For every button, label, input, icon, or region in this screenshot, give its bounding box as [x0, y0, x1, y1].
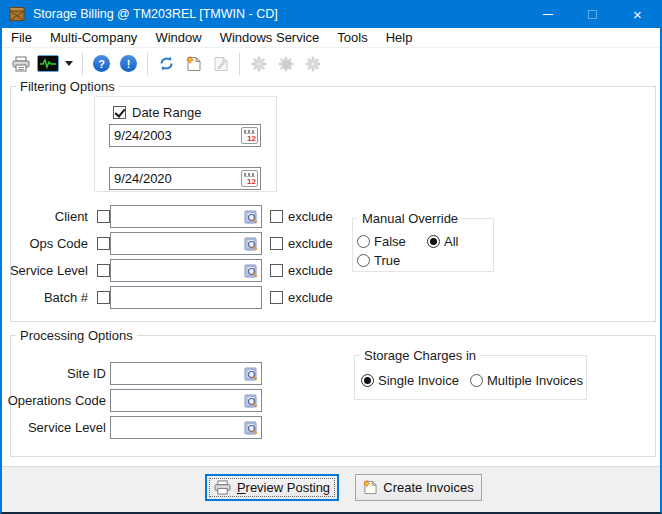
about-button[interactable]: !: [116, 51, 141, 76]
service-level-exclude-label: exclude: [288, 259, 333, 282]
print-icon: [12, 56, 30, 72]
client-enable-checkbox[interactable]: [97, 210, 110, 223]
date-to-input[interactable]: [110, 169, 240, 188]
date-from-calendar-button[interactable]: 12: [240, 126, 259, 145]
date-range-checkbox[interactable]: [113, 106, 126, 119]
maximize-icon: [588, 10, 597, 19]
ops-code-exclude-label: exclude: [288, 232, 333, 255]
site-id-label: Site ID: [2, 362, 106, 385]
single-invoice-radio[interactable]: [361, 374, 374, 387]
client-lookup-button[interactable]: [241, 207, 260, 226]
manual-override-all-label: All: [444, 234, 458, 249]
client-exclude-checkbox[interactable]: [270, 210, 283, 223]
service-level-filter-row: Service Level exclude: [2, 259, 352, 282]
client-filter-row: Client exclude: [2, 205, 352, 228]
single-invoice-label: Single Invoice: [378, 373, 459, 388]
date-from-input[interactable]: [110, 126, 240, 145]
processing-options-label: Processing Options: [16, 328, 137, 343]
client-label: Client: [2, 205, 88, 228]
batch-enable-checkbox[interactable]: [97, 291, 110, 304]
client-exclude-label: exclude: [288, 205, 333, 228]
manual-override-all-radio[interactable]: [427, 235, 440, 248]
service-level-exclude-checkbox[interactable]: [270, 264, 283, 277]
menu-window[interactable]: Window: [146, 28, 210, 47]
new-document-icon: [186, 56, 201, 72]
ops-code-filter-row: Ops Code exclude: [2, 232, 352, 255]
processing-service-level-row: Service Level: [2, 416, 352, 439]
menu-tools[interactable]: Tools: [328, 28, 376, 47]
minimize-icon: [543, 14, 553, 15]
ops-code-lookup-button[interactable]: [241, 234, 260, 253]
close-button[interactable]: ×: [615, 0, 660, 28]
menu-help[interactable]: Help: [377, 28, 422, 47]
maximize-button[interactable]: [570, 0, 615, 28]
date-range-label: Date Range: [132, 105, 201, 120]
create-invoices-toolbar-button[interactable]: [181, 51, 206, 76]
refresh-button[interactable]: [154, 51, 179, 76]
service-level-input[interactable]: [111, 261, 241, 280]
batch-filter-row: Batch # exclude: [2, 286, 352, 309]
menu-bar: File Multi-Company Window Windows Servic…: [2, 28, 660, 47]
lookup-icon: [244, 394, 258, 408]
monitor-dropdown-button[interactable]: [62, 51, 76, 76]
service-gear-button-1[interactable]: [246, 51, 271, 76]
edit-document-icon: [213, 56, 228, 72]
window-title: Storage Billing @ TM203REL [TMWIN - CD]: [33, 7, 525, 21]
calendar-icon: 12: [241, 127, 258, 144]
date-range-box: Date Range 12 12: [94, 96, 277, 192]
service-gear-button-3[interactable]: [300, 51, 325, 76]
operations-code-input[interactable]: [111, 391, 241, 410]
site-id-lookup-button[interactable]: [241, 364, 260, 383]
crate-icon: [9, 6, 25, 22]
edit-document-button[interactable]: [208, 51, 233, 76]
print-button[interactable]: [8, 51, 33, 76]
manual-override-true-label: True: [374, 253, 400, 268]
multiple-invoices-radio[interactable]: [470, 374, 483, 387]
gear-icon: [251, 56, 267, 72]
preview-posting-button-label: Preview Posting: [237, 480, 330, 495]
menu-multi-company[interactable]: Multi-Company: [41, 28, 146, 47]
manual-override-false-radio[interactable]: [357, 235, 370, 248]
manual-override-true-radio[interactable]: [357, 254, 370, 267]
service-gear-button-2[interactable]: [273, 51, 298, 76]
service-level-enable-checkbox[interactable]: [97, 264, 110, 277]
date-to-calendar-button[interactable]: 12: [240, 169, 259, 188]
monitor-icon: [37, 55, 59, 72]
app-window: Storage Billing @ TM203REL [TMWIN - CD] …: [0, 0, 662, 514]
operations-code-row: Operations Code: [2, 389, 352, 412]
site-id-row: Site ID: [2, 362, 352, 385]
ops-code-input[interactable]: [111, 234, 241, 253]
new-document-icon: [363, 480, 377, 495]
toolbar: ? !: [2, 47, 660, 79]
operations-code-lookup-button[interactable]: [241, 391, 260, 410]
batch-input[interactable]: [111, 288, 261, 307]
ops-code-exclude-checkbox[interactable]: [270, 237, 283, 250]
help-button[interactable]: ?: [89, 51, 114, 76]
menu-file[interactable]: File: [2, 28, 41, 47]
preview-posting-button[interactable]: Preview Posting: [205, 474, 339, 501]
monitor-button[interactable]: [35, 51, 60, 76]
processing-service-level-lookup-button[interactable]: [241, 418, 260, 437]
batch-exclude-checkbox[interactable]: [270, 291, 283, 304]
client-input[interactable]: [111, 207, 241, 226]
site-id-input[interactable]: [111, 364, 241, 383]
minimize-button[interactable]: [525, 0, 570, 28]
batch-field-wrap: [110, 286, 262, 309]
operations-code-field-wrap: [110, 389, 262, 412]
menu-windows-service[interactable]: Windows Service: [211, 28, 329, 47]
ops-code-enable-checkbox[interactable]: [97, 237, 110, 250]
refresh-icon: [158, 55, 175, 72]
gear-icon: [305, 56, 321, 72]
multiple-invoices-label: Multiple Invoices: [487, 373, 583, 388]
service-level-field-wrap: [110, 259, 262, 282]
processing-service-level-input[interactable]: [111, 418, 241, 437]
lookup-icon: [244, 367, 258, 381]
filtering-options-label: Filtering Options: [16, 79, 119, 94]
create-invoices-button[interactable]: Create Invoices: [355, 474, 482, 501]
ops-code-field-wrap: [110, 232, 262, 255]
manual-override-label: Manual Override: [358, 211, 462, 226]
service-level-lookup-button[interactable]: [241, 261, 260, 280]
title-bar: Storage Billing @ TM203REL [TMWIN - CD] …: [2, 0, 660, 28]
storage-charges-label: Storage Charges in: [360, 348, 480, 363]
create-invoices-button-label: Create Invoices: [383, 480, 473, 495]
